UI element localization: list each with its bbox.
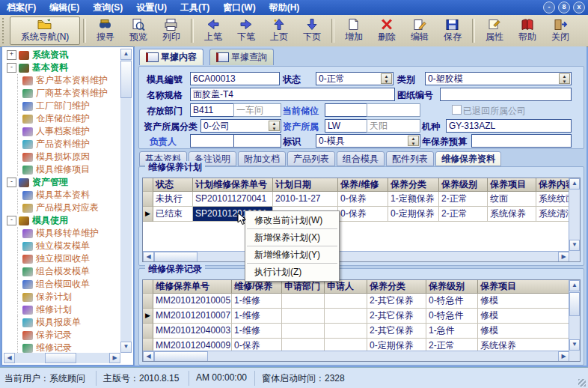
- 保存-button[interactable]: 保存: [436, 16, 469, 45]
- context-menu-item-1[interactable]: 新增保养计划(X): [245, 230, 339, 245]
- spinner-icon[interactable]: ▲▼: [559, 73, 570, 84]
- column-header[interactable]: 保养/维修: [338, 178, 388, 192]
- table-cell[interactable]: 2-正常: [439, 192, 488, 207]
- current-row-indicator[interactable]: ▶: [143, 207, 153, 222]
- column-header[interactable]: 保养级别: [426, 280, 478, 294]
- table-cell[interactable]: 1-维修: [232, 324, 282, 339]
- sidebar-item[interactable]: 组合模发模单: [4, 265, 120, 278]
- plan-table-horizontal-scrollbar[interactable]: ◀ ▶: [143, 251, 569, 261]
- column-header[interactable]: 计划日期: [273, 178, 338, 192]
- table-cell[interactable]: MM201012010007: [153, 309, 232, 324]
- doc-tab-0[interactable]: 單據内容: [139, 49, 203, 65]
- category-combobox[interactable]: 0-塑胶模▲▼: [425, 72, 572, 85]
- detail-tab-5[interactable]: 配件列表: [386, 151, 434, 166]
- table-cell[interactable]: 0-特急件: [426, 309, 478, 324]
- column-header[interactable]: 保养级别: [439, 178, 488, 192]
- tree-expander-icon[interactable]: -: [7, 216, 16, 225]
- machine-type-field[interactable]: GY-313AZL: [446, 119, 572, 133]
- tree-expander-icon[interactable]: -: [7, 178, 16, 187]
- 编辑-button[interactable]: 编辑: [403, 16, 436, 45]
- asset-class-combobox[interactable]: 0-公司▲▼: [200, 119, 281, 133]
- row-indicator[interactable]: [143, 192, 153, 207]
- table-cell[interactable]: [325, 324, 367, 339]
- menu-item-0[interactable]: 档案(F): [0, 0, 43, 16]
- sidebar-group-3[interactable]: -模具使用: [4, 214, 120, 227]
- sidebar-item[interactable]: 模具移转单维护: [4, 227, 120, 240]
- mold-no-field[interactable]: 6CA00013: [190, 72, 280, 85]
- restore-button[interactable]: 8: [558, 1, 570, 13]
- table-cell[interactable]: 1-定额保养: [388, 192, 439, 207]
- column-header[interactable]: 申请人: [325, 280, 367, 294]
- menu-item-1[interactable]: 编辑(E): [43, 0, 86, 16]
- sidebar-item[interactable]: 产品模具对应表: [4, 201, 120, 214]
- table-row[interactable]: ▶MM2010120100071-维修2-其它保养0-特急件修模1# 2#孔位拉: [143, 309, 580, 324]
- drawing-no-field[interactable]: [440, 88, 572, 101]
- status-combobox[interactable]: 0-正常▲▼: [316, 72, 393, 85]
- row-indicator[interactable]: [143, 294, 153, 309]
- table-row[interactable]: 未执行SP2010112700412010-11-270-保养1-定额保养2-正…: [143, 192, 580, 207]
- table-row[interactable]: MM2010120100051-维修2-其它保养0-特急件修模2#水口位气纹: [143, 294, 580, 309]
- 列印-button[interactable]: 列印: [155, 16, 188, 45]
- context-menu-item-3[interactable]: 执行计划(Z): [245, 264, 339, 279]
- name-spec-field[interactable]: 面胶盖-T4: [190, 88, 395, 101]
- spinner-icon[interactable]: ▲▼: [381, 73, 392, 84]
- store-dept-code-field[interactable]: B411: [190, 103, 238, 117]
- sidebar-item[interactable]: 厂商基本资料维护: [4, 87, 120, 100]
- system-nav-button[interactable]: 系统导航(N): [10, 16, 80, 45]
- column-header[interactable]: 保养分类: [388, 178, 439, 192]
- sidebar-item[interactable]: 独立模发模单: [4, 240, 120, 252]
- column-header[interactable]: 保养分类: [367, 280, 426, 294]
- 增加-button[interactable]: 增加: [337, 16, 370, 45]
- sidebar-item[interactable]: 保养计划: [4, 291, 120, 303]
- sidebar-item[interactable]: 组合模回收单: [4, 278, 120, 291]
- sidebar-vertical-scrollbar[interactable]: ▲ ▼: [120, 49, 132, 353]
- table-cell[interactable]: 修模: [478, 324, 578, 339]
- 删除-button[interactable]: 删除: [370, 16, 403, 45]
- flag-combobox[interactable]: 0-模具▲▼: [316, 134, 420, 148]
- manager-name-field[interactable]: [233, 134, 281, 148]
- table-cell[interactable]: [282, 294, 325, 309]
- column-header[interactable]: 申请部门: [282, 280, 325, 294]
- resize-grip[interactable]: [578, 379, 586, 387]
- table-cell[interactable]: 0-特急件: [426, 294, 478, 309]
- record-table-horizontal-scrollbar[interactable]: ◀ ▶: [143, 351, 569, 361]
- table-cell[interactable]: MM201012010005: [153, 294, 232, 309]
- 属性-button[interactable]: 属性: [478, 16, 511, 45]
- 上笔-button[interactable]: 上笔: [197, 16, 230, 45]
- table-cell[interactable]: 0-定期保养: [388, 207, 439, 222]
- 下页-button[interactable]: 下页: [295, 16, 328, 45]
- asset-owner-code-field[interactable]: LW: [325, 119, 371, 133]
- sidebar-item[interactable]: 工厂部门维护: [4, 100, 120, 112]
- table-cell[interactable]: 系统保养: [488, 207, 536, 222]
- table-cell[interactable]: 2-其它保养: [367, 294, 426, 309]
- table-cell[interactable]: 1-维修: [232, 294, 282, 309]
- table-cell[interactable]: [282, 324, 325, 339]
- sidebar-item[interactable]: 维修记录: [4, 342, 120, 353]
- table-cell[interactable]: 2010-11-27: [273, 192, 338, 207]
- sidebar-item[interactable]: 仓库储位维护: [4, 112, 120, 125]
- doc-tab-1[interactable]: 單據查詢: [209, 49, 274, 65]
- table-cell[interactable]: 修模: [478, 309, 578, 324]
- 下笔-button[interactable]: 下笔: [230, 16, 263, 45]
- menu-item-2[interactable]: 查询(S): [86, 0, 129, 16]
- sidebar-item[interactable]: 模具基本资料: [4, 189, 120, 201]
- sidebar-group-0[interactable]: +系统资讯: [4, 49, 120, 61]
- column-header[interactable]: 维修/保养: [232, 280, 282, 294]
- table-cell[interactable]: [325, 309, 367, 324]
- menu-item-4[interactable]: 工具(T): [174, 0, 216, 16]
- menu-item-5[interactable]: 窗口(W): [216, 0, 262, 16]
- tree-expander-icon[interactable]: -: [7, 63, 16, 73]
- context-menu-item-0[interactable]: 修改当前计划(W): [245, 213, 339, 228]
- column-header[interactable]: 计划维修保养单号: [193, 178, 273, 192]
- current-row-indicator[interactable]: ▶: [143, 309, 153, 324]
- 上页-button[interactable]: 上页: [263, 16, 295, 45]
- sidebar-horizontal-scrollbar[interactable]: ◀ ▶: [4, 353, 120, 363]
- 关闭-button[interactable]: 关闭: [544, 16, 577, 45]
- current-location-code-field[interactable]: [325, 103, 371, 117]
- plan-table-vertical-scrollbar[interactable]: ▲ ▼: [569, 178, 580, 261]
- sidebar-item[interactable]: 产品资料维护: [4, 138, 120, 151]
- table-cell[interactable]: 1-急件: [426, 324, 478, 339]
- sidebar-item[interactable]: 维修计划: [4, 303, 120, 316]
- minimize-button[interactable]: -: [543, 1, 555, 13]
- spinner-icon[interactable]: ▲▼: [269, 121, 280, 131]
